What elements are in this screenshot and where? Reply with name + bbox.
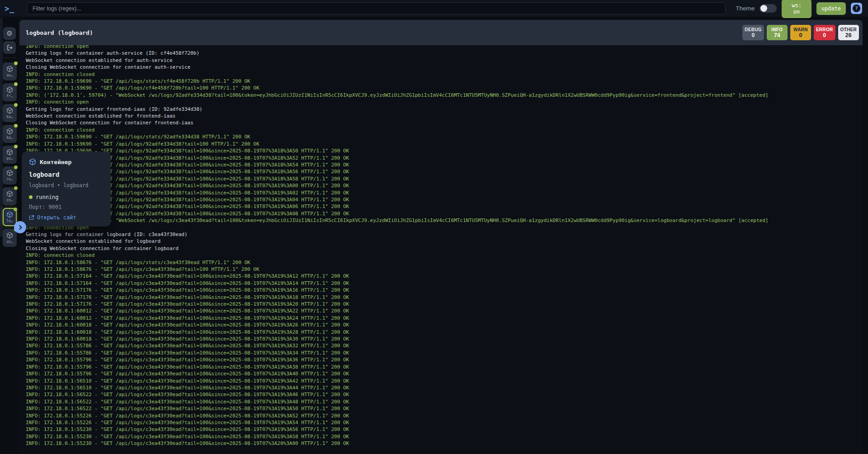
sidebar-container-item[interactable]: zo… xyxy=(3,187,17,205)
log-line: INFO: 172.18.0.1:60012 - "GET /api/logs/… xyxy=(26,307,863,314)
log-line: INFO: 172.18.0.1:59690 - "GET /api/logs/… xyxy=(26,182,863,189)
log-level-badge: OTHER 26 xyxy=(838,25,859,40)
badge-label: INFO xyxy=(771,27,783,32)
status-dot xyxy=(14,124,18,128)
log-line: INFO: 172.18.0.1:56522 - "GET /api/logs/… xyxy=(26,398,863,405)
container-label: fr… xyxy=(6,94,13,98)
log-output[interactable]: INFO: connection open Getting logs for c… xyxy=(19,45,863,454)
log-line: INFO: 172.18.0.1:59690 - "GET /api/logs/… xyxy=(26,133,863,140)
log-level-badges: DEBUG 0 INFO 74 WARN 0 ERROR 0 xyxy=(742,25,859,40)
sidebar-container-item[interactable]: ka… xyxy=(3,104,17,122)
logout-icon xyxy=(6,44,13,51)
badge-count: 0 xyxy=(799,32,802,38)
log-level-badge: WARN 0 xyxy=(790,25,811,40)
log-line: Getting logs for container logboard (ID:… xyxy=(26,231,863,238)
log-line: INFO: 172.18.0.1:56510 - "GET /api/logs/… xyxy=(26,378,863,384)
log-line: INFO: connection open xyxy=(26,99,863,105)
badge-label: ERROR xyxy=(816,27,833,32)
sidebar-container-item[interactable]: ka… xyxy=(3,125,17,143)
log-line: INFO: 172.18.0.1:55796 - "GET /api/logs/… xyxy=(26,364,863,370)
panel-header: logboard (logboard) DEBUG 0 INFO 74 WARN… xyxy=(19,20,863,45)
log-line: Closing WebSocket connection for contain… xyxy=(26,64,863,71)
help-button[interactable]: ? xyxy=(851,3,862,14)
container-cube-icon xyxy=(6,190,13,197)
log-line: INFO: 172.18.0.1:59690 - "GET /api/logs/… xyxy=(26,196,863,203)
log-line: INFO: 172.18.0.1:56522 - "GET /api/logs/… xyxy=(26,391,863,398)
log-line: INFO: 172.18.0.1:59690 - "GET /api/logs/… xyxy=(26,161,863,168)
container-cube-icon xyxy=(6,149,13,156)
running-status-dot xyxy=(29,195,33,199)
badge-label: DEBUG xyxy=(745,27,762,32)
tooltip-title: Контейнер xyxy=(40,159,71,166)
container-cube-icon xyxy=(29,158,36,166)
container-label: po… xyxy=(6,156,13,161)
log-level-badge: DEBUG 0 xyxy=(742,25,764,40)
log-line: INFO: 172.18.0.1:59690 - "GET /api/logs/… xyxy=(26,78,863,85)
container-cube-icon xyxy=(6,107,13,114)
log-line: INFO: 172.18.0.1:55226 - "GET /api/logs/… xyxy=(26,419,863,426)
status-dot xyxy=(14,61,18,65)
status-dot xyxy=(14,186,18,190)
external-link-icon xyxy=(29,215,34,220)
update-button[interactable]: update xyxy=(816,2,846,15)
log-line: INFO: 172.18.0.1:58676 - "GET /api/logs/… xyxy=(26,266,863,273)
log-line: INFO: ('172.18.0.1', 58682) - "WebSocket… xyxy=(26,217,863,224)
log-line: INFO: 172.18.0.1:56510 - "GET /api/logs/… xyxy=(26,384,863,391)
log-line: INFO: 172.18.0.1:59690 - "GET /api/logs/… xyxy=(26,210,863,217)
log-line: Closing WebSocket connection for contain… xyxy=(26,245,863,252)
log-line: INFO: 172.18.0.1:55230 - "GET /api/logs/… xyxy=(26,433,863,440)
log-lines: INFO: connection open Getting logs for c… xyxy=(26,45,863,447)
log-line: WebSocket connection established for aut… xyxy=(26,57,863,64)
log-line: Closing WebSocket connection for contain… xyxy=(26,119,863,126)
logout-button[interactable] xyxy=(3,41,16,54)
log-line: Getting logs for container frontend-iaas… xyxy=(26,106,863,113)
log-line: INFO: 172.18.0.1:60018 - "GET /api/logs/… xyxy=(26,336,863,342)
theme-toggle[interactable] xyxy=(760,4,777,13)
log-line: INFO: connection closed xyxy=(26,71,863,78)
log-line: INFO: 172.18.0.1:59690 - "GET /api/logs/… xyxy=(26,141,863,147)
sidebar-container-list: au… fr… ka… xyxy=(3,62,17,247)
badge-count: 74 xyxy=(774,32,780,38)
log-line: INFO: 172.18.0.1:59690 - "GET /api/logs/… xyxy=(26,155,863,161)
log-line: INFO: 172.18.0.1:56522 - "GET /api/logs/… xyxy=(26,405,863,412)
log-line: INFO: 172.18.0.1:60018 - "GET /api/logs/… xyxy=(26,329,863,336)
sidebar-container-item[interactable]: fr… xyxy=(3,83,17,101)
log-line: INFO: 172.18.0.1:58676 - "GET /api/logs/… xyxy=(26,259,863,266)
log-line: INFO: 172.18.0.1:59690 - "GET /api/logs/… xyxy=(26,168,863,175)
filter-input[interactable] xyxy=(27,2,726,14)
container-label: lo… xyxy=(6,219,13,223)
badge-count: 0 xyxy=(823,32,826,38)
status-dot xyxy=(14,208,17,211)
ws-toggle-button[interactable]: ws: on xyxy=(782,0,811,18)
log-line: INFO: 172.18.0.1:57176 - "GET /api/logs/… xyxy=(26,294,863,301)
container-label: ka… xyxy=(6,136,13,140)
log-line: INFO: 172.18.0.1:60012 - "GET /api/logs/… xyxy=(26,315,863,322)
expand-sidebar-button[interactable] xyxy=(14,221,26,233)
container-cube-icon xyxy=(6,211,13,218)
theme-toggle-knob xyxy=(760,5,767,12)
sidebar-container-item[interactable]: au… xyxy=(3,62,17,80)
log-line: WebSocket connection established for fro… xyxy=(26,113,863,119)
sidebar-container-item[interactable]: us… xyxy=(3,229,17,247)
log-line: INFO: 172.18.0.1:55786 - "GET /api/logs/… xyxy=(26,342,863,349)
log-level-badge: ERROR 0 xyxy=(814,25,835,40)
log-line: Getting logs for container auth-service … xyxy=(26,50,863,57)
tooltip-port: Порт: 9001 xyxy=(29,204,104,210)
open-site-link[interactable]: Открыть сайт xyxy=(29,214,104,221)
log-line: WebSocket connection established for log… xyxy=(26,238,863,245)
container-label: ka… xyxy=(6,115,13,119)
settings-button[interactable]: ⚙ xyxy=(3,27,16,40)
sidebar-container-item[interactable]: po… xyxy=(3,146,17,164)
container-label: re… xyxy=(6,177,13,181)
log-line: INFO: 172.18.0.1:59690 - "GET /api/logs/… xyxy=(26,203,863,210)
log-line: INFO: connection closed xyxy=(26,127,863,133)
container-label: au… xyxy=(6,73,13,77)
log-line: INFO: 172.18.0.1:57164 - "GET /api/logs/… xyxy=(26,273,863,279)
panel-title: logboard (logboard) xyxy=(26,29,93,36)
sidebar-container-item[interactable]: re… xyxy=(3,166,17,184)
container-cube-icon xyxy=(6,86,13,93)
chevron-right-icon xyxy=(17,224,24,231)
status-dot xyxy=(14,166,18,169)
log-line: INFO: 172.18.0.1:55226 - "GET /api/logs/… xyxy=(26,412,863,419)
theme-label: Theme xyxy=(736,5,755,12)
